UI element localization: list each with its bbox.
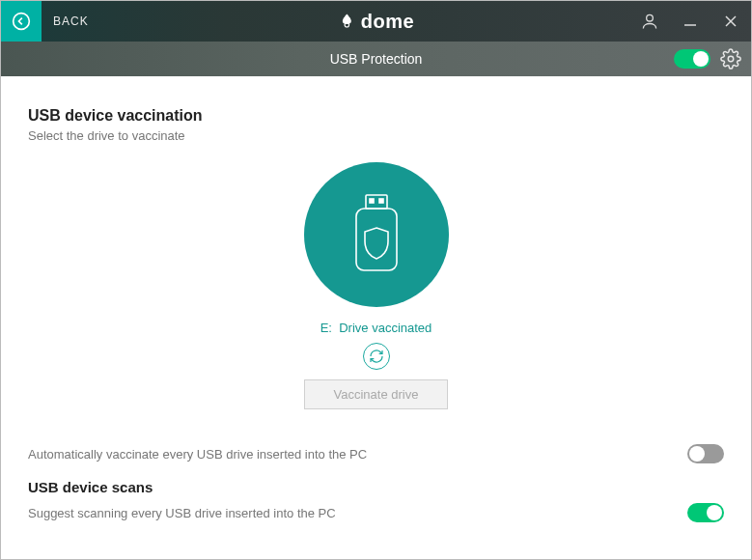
svg-point-2	[647, 14, 654, 21]
back-label: BACK	[53, 14, 89, 28]
refresh-button[interactable]	[363, 343, 390, 370]
options-list: Automatically vaccinate every USB drive …	[28, 436, 724, 530]
vaccinate-button[interactable]: Vaccinate drive	[304, 379, 449, 409]
drive-selector: E: Drive vaccinated Vaccinate drive	[28, 162, 724, 409]
sub-header-controls	[674, 48, 741, 70]
brand-logo-icon	[338, 13, 355, 30]
refresh-icon	[369, 349, 384, 364]
scans-title: USB device scans	[28, 479, 724, 495]
svg-rect-8	[370, 199, 374, 203]
sub-header: USB Protection	[1, 42, 751, 76]
settings-button[interactable]	[720, 48, 741, 70]
suggest-scan-row: Suggest scanning every USB drive inserte…	[28, 495, 724, 530]
title-bar: BACK dome	[1, 1, 751, 42]
protection-toggle[interactable]	[674, 49, 710, 69]
chevron-left-icon	[12, 12, 31, 31]
drive-status-text: Drive vaccinated	[339, 321, 432, 335]
usb-shield-icon	[343, 191, 410, 278]
back-button[interactable]	[1, 1, 42, 42]
minimize-icon	[683, 14, 697, 28]
person-icon	[640, 12, 659, 31]
suggest-scan-toggle[interactable]	[687, 503, 724, 522]
vaccination-title: USB device vaccination	[28, 107, 724, 125]
content-area: USB device vaccination Select the drive …	[1, 76, 751, 559]
usb-drive-graphic[interactable]	[304, 162, 449, 307]
svg-rect-9	[379, 199, 383, 203]
svg-rect-10	[356, 209, 397, 270]
auto-vaccinate-label: Automatically vaccinate every USB drive …	[28, 447, 367, 462]
account-button[interactable]	[629, 1, 670, 42]
auto-vaccinate-row: Automatically vaccinate every USB drive …	[28, 436, 724, 471]
svg-point-6	[728, 56, 734, 62]
suggest-scan-label: Suggest scanning every USB drive inserte…	[28, 506, 336, 520]
drive-letter: E:	[320, 321, 332, 335]
title-controls	[629, 1, 751, 42]
page-title: USB Protection	[330, 51, 423, 67]
brand-text: dome	[361, 11, 414, 33]
close-icon	[724, 14, 738, 28]
auto-vaccinate-toggle[interactable]	[687, 444, 724, 463]
brand: dome	[338, 11, 414, 33]
svg-point-0	[14, 14, 30, 30]
drive-status: E: Drive vaccinated	[320, 321, 432, 335]
minimize-button[interactable]	[670, 1, 710, 42]
app-window: BACK dome USB Protection	[0, 0, 752, 560]
vaccination-subtitle: Select the drive to vaccinate	[28, 128, 724, 143]
close-button[interactable]	[710, 1, 751, 42]
